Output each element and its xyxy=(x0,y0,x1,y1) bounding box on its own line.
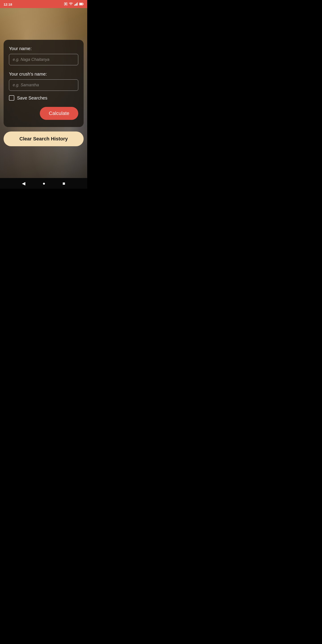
crush-name-label: Your crush's name: xyxy=(9,72,78,77)
svg-rect-2 xyxy=(65,2,66,3)
home-button[interactable]: ● xyxy=(42,181,45,186)
signal-icon xyxy=(74,2,78,6)
content-area: Your name: Your crush's name: Save Searc… xyxy=(0,8,87,178)
svg-rect-1 xyxy=(65,3,66,5)
status-icons xyxy=(64,2,84,6)
your-name-input[interactable] xyxy=(9,54,78,65)
svg-rect-10 xyxy=(80,3,82,5)
svg-rect-9 xyxy=(83,4,84,5)
crush-name-input[interactable] xyxy=(9,80,78,91)
recents-button[interactable]: ■ xyxy=(62,181,65,186)
status-time: 12:18 xyxy=(4,2,12,6)
svg-rect-6 xyxy=(76,3,77,6)
phone-container: 12:18 xyxy=(0,0,87,189)
save-searches-row: Save Searches xyxy=(9,95,78,100)
svg-rect-4 xyxy=(74,5,75,6)
nav-bar: ◀ ● ■ xyxy=(0,178,87,189)
wifi-icon xyxy=(69,2,73,6)
calculate-button[interactable]: Calculate xyxy=(40,107,78,120)
svg-rect-7 xyxy=(77,2,78,6)
save-searches-checkbox[interactable] xyxy=(9,95,14,100)
clear-search-history-button[interactable]: Clear Search History xyxy=(4,132,84,146)
calculate-btn-row: Calculate xyxy=(9,107,78,120)
status-bar: 12:18 xyxy=(0,0,87,8)
svg-rect-5 xyxy=(75,4,76,6)
battery-icon xyxy=(79,2,84,6)
svg-rect-3 xyxy=(66,2,67,3)
save-searches-label: Save Searches xyxy=(17,96,48,100)
sim-icon xyxy=(64,2,68,6)
form-card: Your name: Your crush's name: Save Searc… xyxy=(4,40,84,127)
back-button[interactable]: ◀ xyxy=(22,181,25,186)
crush-field-group: Your crush's name: xyxy=(9,72,78,94)
your-name-label: Your name: xyxy=(9,46,78,51)
